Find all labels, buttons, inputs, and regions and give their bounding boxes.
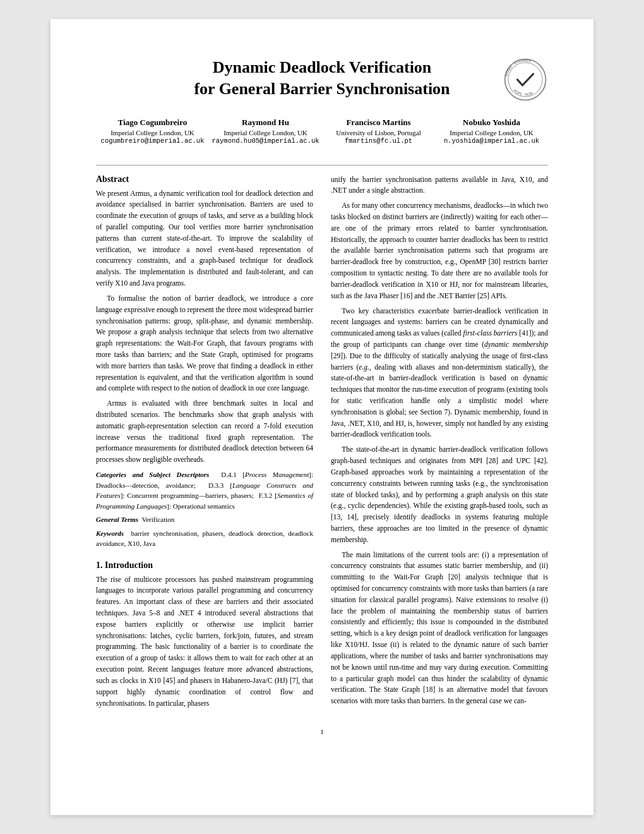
intro-p3: As for many other concurrency mechanisms… xyxy=(331,200,548,301)
author-hu: Raymond Hu Imperial College London, UK r… xyxy=(209,118,322,145)
categories-block: Categories and Subject Descriptors D.4.1… xyxy=(96,469,313,511)
general-terms-text: Verification xyxy=(141,516,174,523)
author-name: Francisco Martins xyxy=(322,118,435,128)
artifact-badge: Artifact · Evaluated POPL · ACM xyxy=(503,57,548,102)
keywords-block: Keywords barrier synchronisation, phaser… xyxy=(96,528,313,549)
intro-p6: The main limitations of the current tool… xyxy=(331,550,548,707)
svg-text:Artifact · Evaluated: Artifact · Evaluated xyxy=(504,58,532,77)
categories-label: Categories and Subject Descriptors xyxy=(96,471,209,478)
author-name: Tiago Cogumbreiro xyxy=(96,118,209,128)
paper-title: Dynamic Deadlock Verification for Genera… xyxy=(96,57,548,100)
general-terms-block: General Terms Verification xyxy=(96,514,313,525)
author-email: fmartins@fc.ul.pt xyxy=(322,137,435,145)
author-email: raymond.hu05@imperial.ac.uk xyxy=(209,137,322,145)
intro-p1: The rise of multicore processors has pus… xyxy=(96,574,313,710)
abstract-title: Abstract xyxy=(96,174,313,184)
author-name: Raymond Hu xyxy=(209,118,322,128)
author-yoshida: Nobuko Yoshida Imperial College London, … xyxy=(435,118,548,145)
intro-p5: The state-of-the-art in dynamic barrier-… xyxy=(331,444,548,545)
author-cogumbreiro: Tiago Cogumbreiro Imperial College Londo… xyxy=(96,118,209,145)
right-column: unify the barrier synchronisation patter… xyxy=(331,174,548,713)
intro-p4: Two key characteristics exacerbate barri… xyxy=(331,306,548,441)
page-number: 1 xyxy=(96,728,548,735)
left-column: Abstract We present Armus, a dynamic ver… xyxy=(96,174,313,713)
intro-title: 1. Introduction xyxy=(96,560,313,571)
author-affil: Imperial College London, UK xyxy=(96,129,209,136)
author-name: Nobuko Yoshida xyxy=(435,118,548,128)
svg-text:POPL · ACM: POPL · ACM xyxy=(513,88,533,96)
author-affil: Imperial College London, UK xyxy=(435,129,548,136)
abstract-p2: To formalise the notion of barrier deadl… xyxy=(96,293,313,394)
authors-section: Tiago Cogumbreiro Imperial College Londo… xyxy=(96,118,548,145)
general-terms-label: General Terms xyxy=(96,516,138,523)
author-martins: Francisco Martins University of Lisbon, … xyxy=(322,118,435,145)
intro-p2: unify the barrier synchronisation patter… xyxy=(331,174,548,197)
title-section: Dynamic Deadlock Verification for Genera… xyxy=(96,57,548,100)
author-affil: Imperial College London, UK xyxy=(209,129,322,136)
paper-page: Dynamic Deadlock Verification for Genera… xyxy=(51,19,593,815)
keywords-label: Keywords xyxy=(96,529,124,537)
author-email: n.yoshida@imperial.ac.uk xyxy=(435,137,548,145)
two-column-body: Abstract We present Armus, a dynamic ver… xyxy=(96,174,548,713)
divider xyxy=(96,165,548,166)
author-affil: University of Lisbon, Portugal xyxy=(322,129,435,136)
title-text-block: Dynamic Deadlock Verification for Genera… xyxy=(96,57,548,100)
keywords-text: barrier synchronisation, phasers, deadlo… xyxy=(96,529,313,548)
author-email: cogumbreiro@imperial.ac.uk xyxy=(96,137,209,145)
abstract-p3: Armus is evaluated with three benchmark … xyxy=(96,398,313,466)
abstract-p1: We present Armus, a dynamic verification… xyxy=(96,188,313,289)
